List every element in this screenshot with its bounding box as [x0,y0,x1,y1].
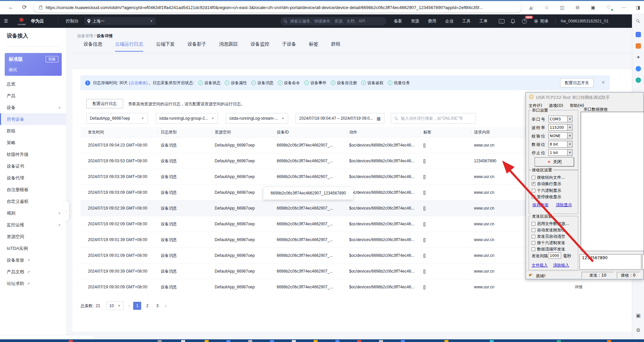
sidebar-menu-item[interactable]: 产品 [0,90,66,102]
sidebar-menu-item[interactable]: 设备∧ [0,102,66,113]
combo-dropdown-icon[interactable]: ▼ [567,141,572,147]
configure-running-log-button[interactable]: 配置运行日志 [86,99,123,108]
checkbox-option[interactable]: 十六进制显示 [532,188,561,193]
cli-icon[interactable]: >_ [499,19,504,23]
taskbar-icon[interactable] [490,340,494,342]
help-icon[interactable]: ? [522,19,527,24]
checkbox[interactable] [532,182,535,186]
tab[interactable]: 子设备 [282,41,296,52]
console-link[interactable]: 控制台 [66,14,79,28]
sidebar-menu-item[interactable]: 策略 [0,137,66,149]
header-nav-item[interactable]: 工单 [479,18,488,24]
taskbar-icon[interactable] [226,340,230,342]
log-group-select[interactable]: iotda-runningLog-group-2...▼ [156,113,218,124]
switch-instance-button[interactable]: 切换 [46,56,58,62]
banner-close-icon[interactable]: ✕ [601,80,605,85]
close-port-button[interactable]: ☀关闭 [535,157,574,167]
taskbar-icon[interactable] [158,340,162,342]
app-select[interactable]: DefaultApp_66987oep▼ [86,113,148,124]
sidebar-menu-item[interactable]: 产品文档↗ [0,266,66,278]
sidebar-app-icon[interactable] [636,32,641,37]
checkbox[interactable] [532,222,535,226]
sidebar-menu-item[interactable]: 论坛求助↗ [0,278,66,289]
checkbox-option[interactable]: 数据流循环发送 [532,246,565,252]
copilot-icon[interactable]: ▣ [589,4,597,11]
checkbox-option[interactable]: 按十六进制发送 [532,240,565,245]
taskbar-icon[interactable] [69,340,73,342]
checkbox-option[interactable]: 暂停接收显示 [532,194,561,200]
send-data-input[interactable]: 1234567890 [580,254,641,270]
next-page-icon[interactable]: › [165,303,166,308]
serial-setting-combo[interactable]: COM3 ▼ [548,116,573,122]
address-bar[interactable]: https://console.huaweicloud.com/iotdm/?a… [34,2,522,12]
sidebar-menu-item[interactable]: 设备发放↗ [0,254,66,266]
checkbox[interactable] [532,235,535,238]
taskbar-icon[interactable] [314,340,318,342]
sidebar-menu-item[interactable]: 资源空间 [0,231,66,242]
checkbox-option[interactable]: 接收转向文件... [532,175,565,180]
tab[interactable]: 设备监控 [251,41,269,52]
taskbar-icon[interactable] [607,340,611,342]
sidebar-menu-item[interactable]: 设备代理 [0,172,66,184]
page-number[interactable]: 2 [143,302,151,310]
checkbox-option[interactable]: 自动换行显示 [532,181,561,187]
checkbox-option[interactable]: 发送完自动清空 [532,234,565,239]
tab[interactable]: 设备信息 [84,41,102,52]
prev-page-icon[interactable]: ‹ [128,303,130,308]
tab[interactable]: 云端下发 [156,41,175,52]
sidebar-app-icon[interactable] [636,66,641,71]
tab[interactable]: 消息跟踪 [219,41,238,52]
serial-setting-combo[interactable]: NONE ▼ [548,132,573,139]
save-data-link[interactable]: 保存数据 [532,202,548,208]
header-nav-item[interactable]: 备案 [394,18,402,24]
taskbar-icon[interactable] [335,340,339,342]
clear-display-link[interactable]: 清除显示 [556,202,572,208]
menu-item[interactable]: 选项(O) [549,103,563,109]
sidebar-menu-item[interactable]: 软固件升级 [0,149,66,160]
checkbox[interactable] [532,189,535,192]
taskbar-icon[interactable] [444,340,448,342]
checkbox[interactable] [532,176,535,179]
region-selector[interactable]: 上海一 ▼ [85,17,156,25]
collections-icon[interactable]: ⊟ [574,4,582,11]
sidebar-menu-item[interactable]: 总览 [0,78,66,90]
language-globe-icon[interactable]: ⊕ [534,18,538,24]
sidebar-settings-gear-icon[interactable]: ⚙ [636,328,641,333]
sidebar-menu-item[interactable]: 设备证书 [0,160,66,172]
global-search-input[interactable]: 搜索云服务、快捷操作、资源、文档、API [280,17,386,25]
combo-dropdown-icon[interactable]: ▼ [567,124,572,130]
checkbox-option[interactable]: 自动发送附加位 [532,227,565,233]
modify-link[interactable]: (点击修改) [129,80,148,86]
combo-dropdown-icon[interactable]: ▼ [567,116,572,122]
taskbar-icon[interactable] [557,340,561,342]
sidebar-collapse-handle[interactable]: ‹ [64,201,69,221]
load-file-link[interactable]: 文件载入 [532,263,548,268]
header-nav-item[interactable]: 费用 [428,18,436,24]
refresh-icon[interactable]: ⟳ [20,3,29,12]
sidebar-menu-item[interactable]: 所有设备 [0,113,66,125]
taskbar-icon[interactable] [205,340,209,342]
serial-setting-combo[interactable]: 1 bit ▼ [548,149,573,156]
combo-dropdown-icon[interactable]: ▼ [567,150,572,156]
tab[interactable]: 设备影子 [187,41,206,52]
checkbox[interactable] [532,195,535,199]
window-titlebar[interactable]: ☺ USR-TCP232-Test 串口转网络调试助手 [526,93,643,102]
configure-log-switch-button[interactable]: 配置日志开关 [560,78,594,88]
split-screen-icon[interactable]: ◫ [558,4,566,11]
sidebar-app-icon[interactable] [636,77,641,83]
taskbar-icon[interactable] [270,340,274,342]
sidebar-menu-item[interactable]: 群组 [0,125,66,137]
page-size-select[interactable]: 10▼ [106,301,124,310]
page-number[interactable]: 1 [133,302,141,310]
checkbox[interactable] [532,241,535,245]
taskbar-icon[interactable] [248,340,252,342]
sidebar-toggle-icon[interactable]: ◨ [634,4,642,11]
brand-name[interactable]: 华为云 [31,14,44,28]
taskbar-icon[interactable] [357,340,361,342]
sidebar-menu-item[interactable]: 自定义鉴权 [0,195,66,207]
tab[interactable]: 群组 [331,41,340,52]
sidebar-search-icon[interactable] [636,19,642,24]
notification-bell-icon[interactable] [511,19,515,25]
log-stream-select[interactable]: iotda-runningLog-stream-...▼ [226,113,288,124]
receive-data-area[interactable] [581,112,644,251]
